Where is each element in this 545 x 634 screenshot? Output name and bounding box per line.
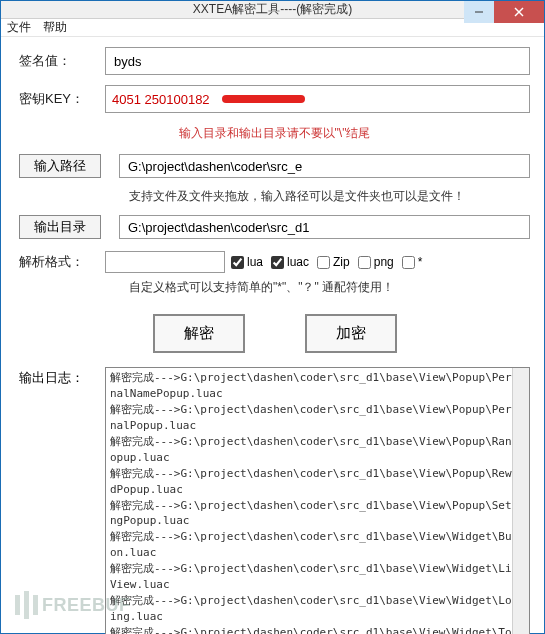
key-visible-text: 4051 250100182: [112, 92, 210, 107]
content-area: 签名值： 密钥KEY： 4051 250100182 输入目录和输出目录请不要以…: [1, 37, 544, 634]
row-format: 解析格式： lua luac Zip png *: [19, 251, 530, 273]
redaction-mark-icon: [222, 95, 305, 103]
menu-help[interactable]: 帮助: [43, 19, 67, 36]
button-encrypt[interactable]: 加密: [305, 314, 397, 353]
close-button[interactable]: [494, 1, 544, 23]
field-output-dir[interactable]: [119, 215, 530, 239]
hint-io-warning: 输入目录和输出目录请不要以"\"结尾: [19, 125, 530, 142]
log-line: 解密完成--->G:\project\dashen\coder\src_d1\b…: [110, 625, 525, 634]
row-input-path: 输入路径: [19, 154, 530, 178]
app-window: XXTEA解密工具----(解密完成) 文件 帮助 签名值： 密钥KEY： 40…: [0, 0, 545, 634]
input-format[interactable]: [105, 251, 225, 273]
button-output-dir[interactable]: 输出目录: [19, 215, 101, 239]
row-log: 输出日志： 解密完成--->G:\project\dashen\coder\sr…: [19, 367, 530, 634]
label-log: 输出日志：: [19, 367, 105, 634]
field-input-path[interactable]: [119, 154, 530, 178]
button-decrypt[interactable]: 解密: [153, 314, 245, 353]
log-output[interactable]: 解密完成--->G:\project\dashen\coder\src_d1\b…: [105, 367, 530, 634]
label-sign: 签名值：: [19, 52, 105, 70]
check-png[interactable]: png: [358, 255, 394, 269]
checkbox-star[interactable]: [402, 256, 415, 269]
hint-path: 支持文件及文件夹拖放，输入路径可以是文件夹也可以是文件！: [129, 188, 530, 205]
checkbox-zip[interactable]: [317, 256, 330, 269]
row-key: 密钥KEY： 4051 250100182: [19, 85, 530, 113]
checkbox-lua[interactable]: [231, 256, 244, 269]
hint-format: 自定义格式可以支持简单的"*"、"？" 通配符使用！: [129, 279, 530, 296]
menubar: 文件 帮助: [1, 19, 544, 37]
scroll-track[interactable]: [513, 385, 529, 634]
log-line: 解密完成--->G:\project\dashen\coder\src_d1\b…: [110, 498, 525, 530]
action-row: 解密 加密: [19, 314, 530, 353]
label-format: 解析格式：: [19, 253, 105, 271]
check-zip[interactable]: Zip: [317, 255, 350, 269]
log-scrollbar[interactable]: ▲ ▼: [512, 368, 529, 634]
input-sign[interactable]: [112, 53, 523, 70]
row-sign: 签名值：: [19, 47, 530, 75]
input-outdir[interactable]: [126, 219, 523, 236]
log-line: 解密完成--->G:\project\dashen\coder\src_d1\b…: [110, 370, 525, 402]
check-luac[interactable]: luac: [271, 255, 309, 269]
check-lua[interactable]: lua: [231, 255, 263, 269]
field-key[interactable]: 4051 250100182: [105, 85, 530, 113]
label-key: 密钥KEY：: [19, 90, 105, 108]
checkbox-luac[interactable]: [271, 256, 284, 269]
titlebar[interactable]: XXTEA解密工具----(解密完成): [1, 1, 544, 19]
log-line: 解密完成--->G:\project\dashen\coder\src_d1\b…: [110, 466, 525, 498]
window-controls: [464, 1, 544, 23]
log-line: 解密完成--->G:\project\dashen\coder\src_d1\b…: [110, 529, 525, 561]
checkbox-png[interactable]: [358, 256, 371, 269]
check-star[interactable]: *: [402, 255, 423, 269]
log-line: 解密完成--->G:\project\dashen\coder\src_d1\b…: [110, 402, 525, 434]
input-path[interactable]: [126, 158, 523, 175]
log-line: 解密完成--->G:\project\dashen\coder\src_d1\b…: [110, 593, 525, 625]
log-line: 解密完成--->G:\project\dashen\coder\src_d1\b…: [110, 561, 525, 593]
menu-file[interactable]: 文件: [7, 19, 31, 36]
window-title: XXTEA解密工具----(解密完成): [1, 1, 544, 18]
button-input-path[interactable]: 输入路径: [19, 154, 101, 178]
log-line: 解密完成--->G:\project\dashen\coder\src_d1\b…: [110, 434, 525, 466]
minimize-button[interactable]: [464, 1, 494, 23]
row-output-dir: 输出目录: [19, 215, 530, 239]
field-sign[interactable]: [105, 47, 530, 75]
